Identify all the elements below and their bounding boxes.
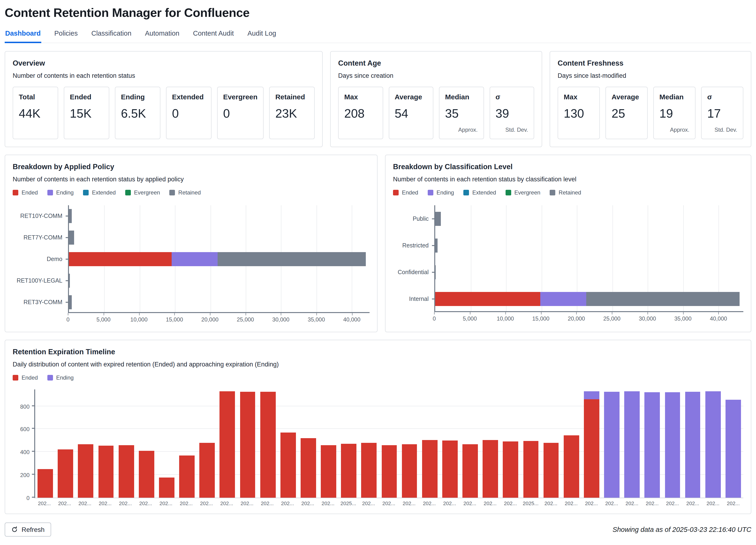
refresh-button[interactable]: Refresh <box>5 522 51 537</box>
bar-segment-ended <box>38 469 53 498</box>
stat-evergreen: Evergreen0 <box>217 87 264 139</box>
policy-chart-subtitle: Number of contents in each retention sta… <box>13 176 370 183</box>
legend-label: Ended <box>22 374 38 381</box>
bar-segment-ending <box>685 392 700 498</box>
timeline-bar <box>665 392 680 498</box>
timeline-chart-subtitle: Daily distribution of content with expir… <box>13 361 743 368</box>
legend-item-ended[interactable]: Ended <box>13 189 38 196</box>
tab-policies[interactable]: Policies <box>54 29 78 43</box>
x-tick-label: 202... <box>642 500 662 506</box>
bar-segment-ending <box>171 252 217 266</box>
bar-segment-retained <box>217 252 366 266</box>
x-tick-label: 202... <box>662 500 683 506</box>
x-tick-label: 35,000 <box>308 316 325 323</box>
stat-label: Average <box>612 93 642 101</box>
legend-item-extended[interactable]: Extended <box>463 189 496 196</box>
stat-label: Max <box>564 93 594 101</box>
timeline-bar <box>179 455 195 498</box>
category-label: RET10Y-COMM <box>13 205 68 227</box>
bar-row <box>435 259 743 285</box>
bar-segment-ended <box>543 443 559 498</box>
bar-segment-ended <box>69 252 171 266</box>
timeline-bar <box>564 435 579 498</box>
bar-row <box>435 285 743 312</box>
classification-chart: PublicRestrictedConfidentialInternal05,0… <box>393 205 743 323</box>
charts-row: Breakdown by Applied Policy Number of co… <box>5 155 751 332</box>
legend-item-ending[interactable]: Ending <box>47 374 74 381</box>
timeline-bar <box>301 438 316 498</box>
tab-dashboard[interactable]: Dashboard <box>5 29 41 43</box>
legend-label: Evergreen <box>514 189 541 196</box>
bar-segment-retained <box>435 238 437 253</box>
stat-value: 0 <box>223 106 257 121</box>
legend-item-ended[interactable]: Ended <box>393 189 418 196</box>
legend-item-evergreen[interactable]: Evergreen <box>125 189 160 196</box>
page-title: Content Retention Manager for Confluence <box>5 6 751 20</box>
bar-row <box>69 249 370 270</box>
x-tick-label: 202... <box>298 500 318 506</box>
bar-segment-ending <box>540 292 586 306</box>
stat-σ: σ39Std. Dev. <box>489 87 534 139</box>
stat-value: 0 <box>172 106 205 121</box>
x-tick-label: 202... <box>217 500 237 506</box>
bar-segment-retained <box>69 231 74 245</box>
plot-area <box>34 389 743 498</box>
stat-average: Average25 <box>605 87 648 139</box>
legend-item-retained[interactable]: Retained <box>169 189 201 196</box>
legend-label: Ending <box>436 189 454 196</box>
bar-segment-ended <box>98 446 114 498</box>
policy-chart-card: Breakdown by Applied Policy Number of co… <box>5 155 378 332</box>
x-tick-label: 25,000 <box>603 315 620 322</box>
legend-item-ending[interactable]: Ending <box>47 189 74 196</box>
tab-audit-log[interactable]: Audit Log <box>247 29 277 43</box>
legend-item-extended[interactable]: Extended <box>83 189 116 196</box>
x-tick-label: 202... <box>561 500 581 506</box>
x-tick-label: 202... <box>359 500 379 506</box>
content-freshness-card: Content Freshness Days since last-modifi… <box>550 51 751 147</box>
stat-extended: Extended0 <box>166 87 212 139</box>
bar-segment-ended <box>280 432 296 498</box>
bar-segment-ending <box>705 391 721 498</box>
stat-value: 25 <box>612 106 642 121</box>
x-tick-label: 5,000 <box>463 315 477 322</box>
stat-label: σ <box>707 93 737 101</box>
bar-segment-ending <box>645 392 660 498</box>
y-tick-mark <box>32 474 34 475</box>
y-tick-mark <box>32 451 34 452</box>
x-tick-label: 35,000 <box>674 315 692 322</box>
category-label: Internal <box>393 285 434 312</box>
timeline-bar <box>240 392 255 498</box>
tab-classification[interactable]: Classification <box>91 29 132 43</box>
timeline-bar <box>321 445 336 498</box>
stat-value: 130 <box>564 106 594 121</box>
category-label: Demo <box>13 249 68 270</box>
data-timestamp: Showing data as of 2025-03-23 22:16:40 U… <box>612 526 751 533</box>
bar-segment-ending <box>604 392 620 498</box>
content-age-subtitle: Days since creation <box>338 72 534 79</box>
legend-item-retained[interactable]: Retained <box>550 189 581 196</box>
tab-automation[interactable]: Automation <box>144 29 180 43</box>
legend-item-ended[interactable]: Ended <box>13 374 38 381</box>
timeline-chart-card: Retention Expiration Timeline Daily dist… <box>5 340 751 514</box>
x-tick-label: 202... <box>622 500 642 506</box>
tab-content-audit[interactable]: Content Audit <box>193 29 234 43</box>
x-tick-label: 202... <box>419 500 439 506</box>
legend-item-ending[interactable]: Ending <box>427 189 454 196</box>
x-tick-label: 202... <box>75 500 95 506</box>
y-tick-label: 600 <box>20 426 30 433</box>
classification-chart-card: Breakdown by Classification Level Number… <box>385 155 751 332</box>
timeline-bar <box>523 441 539 498</box>
x-tick-label: 202... <box>601 500 622 506</box>
bar-segment-ended <box>382 445 397 498</box>
timeline-bar <box>422 440 438 498</box>
legend-item-evergreen[interactable]: Evergreen <box>506 189 541 196</box>
bar-segment-ended <box>240 392 255 498</box>
stat-median: Median19Approx. <box>653 87 696 139</box>
bar-segment-ended <box>321 445 336 498</box>
x-tick-label: 2025... <box>338 500 358 506</box>
stat-value: 35 <box>445 106 478 121</box>
legend-swatch-evergreen <box>125 190 131 196</box>
timeline-bar <box>220 391 235 498</box>
timeline-bar <box>503 442 518 498</box>
bar-segment-ended <box>159 478 174 498</box>
